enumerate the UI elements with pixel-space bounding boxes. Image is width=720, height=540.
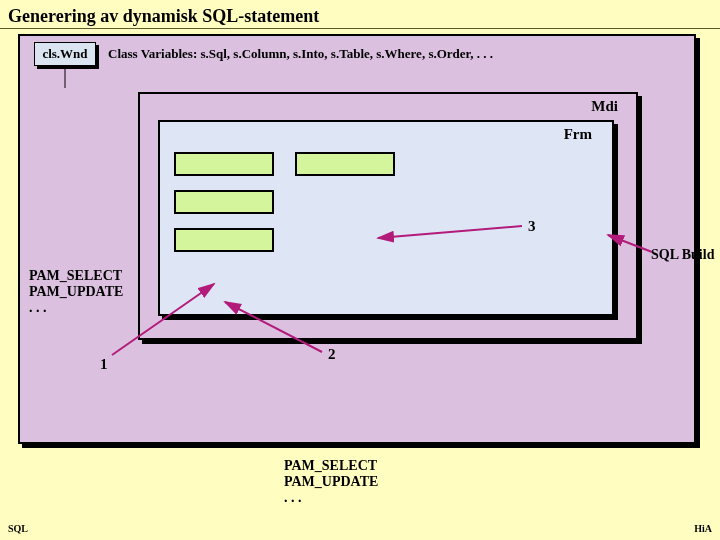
form-field-3 xyxy=(174,190,274,214)
cls-wnd-box: cls.Wnd xyxy=(34,42,96,66)
frm-label: Frm xyxy=(564,126,592,143)
mdi-label: Mdi xyxy=(591,98,618,115)
title-underline xyxy=(0,28,720,29)
pam-upper-line2: PAM_UPDATE xyxy=(29,284,123,300)
pam-upper-line3: . . . xyxy=(29,300,123,316)
pam-list-upper: PAM_SELECT PAM_UPDATE . . . xyxy=(29,268,123,316)
form-field-1 xyxy=(174,152,274,176)
frm-panel: Frm xyxy=(158,120,614,316)
pam-upper-line1: PAM_SELECT xyxy=(29,268,123,284)
pam-lower-line3: . . . xyxy=(284,490,378,506)
footer-left: SQL xyxy=(8,523,28,534)
pam-list-lower: PAM_SELECT PAM_UPDATE . . . xyxy=(284,458,378,506)
pam-lower-line2: PAM_UPDATE xyxy=(284,474,378,490)
footer-right: HiA xyxy=(694,523,712,534)
pam-lower-line1: PAM_SELECT xyxy=(284,458,378,474)
form-field-2 xyxy=(295,152,395,176)
page-title: Generering av dynamisk SQL-statement xyxy=(8,6,319,27)
step-3-label: 3 xyxy=(528,218,536,235)
sql-build-label: SQL Build xyxy=(651,247,714,263)
form-field-4 xyxy=(174,228,274,252)
step-2-label: 2 xyxy=(328,346,336,363)
class-variables-text: Class Variables: s.Sql, s.Column, s.Into… xyxy=(108,46,493,62)
step-1-label: 1 xyxy=(100,356,108,373)
